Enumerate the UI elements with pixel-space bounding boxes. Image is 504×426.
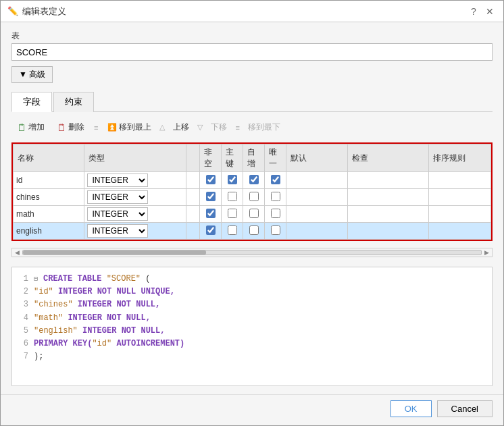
collation-cell[interactable] — [429, 189, 491, 206]
edit-table-dialog: ✏️ 编辑表定义 ? ✕ 表 ▼ 高级 字段 约束 🗒 增加 — [0, 0, 504, 426]
move-up-button[interactable]: 上移 — [168, 120, 195, 134]
scroll-right-arrow[interactable]: ▶ — [484, 249, 489, 256]
check-cell[interactable] — [347, 172, 429, 189]
check-cell[interactable] — [347, 223, 429, 240]
sql-token — [73, 300, 78, 309]
unique-cell[interactable] — [265, 223, 286, 240]
sep1: ≡ — [91, 124, 101, 132]
default-cell[interactable] — [286, 223, 347, 240]
sql-line: 1⊟CREATE TABLE "SCORE" ( — [18, 273, 486, 286]
pk-cell[interactable] — [222, 206, 243, 223]
sql-token: "chines" — [34, 300, 73, 309]
delete-field-button[interactable]: 🗒 删除 — [51, 120, 90, 134]
table-row[interactable]: math INTEGER TEXT REAL BLOB NUMERIC — [14, 206, 491, 223]
move-top-label: 移到最上 — [119, 122, 151, 133]
cancel-button[interactable]: Cancel — [437, 400, 493, 417]
unique-cell[interactable] — [265, 189, 286, 206]
pk-checkbox[interactable] — [228, 192, 237, 201]
check-cell[interactable] — [347, 206, 429, 223]
tab-constraints[interactable]: 约束 — [53, 92, 94, 112]
line-number: 4 — [18, 312, 28, 325]
ai-checkbox[interactable] — [249, 175, 259, 184]
pk-checkbox[interactable] — [228, 225, 237, 235]
notnull-cell[interactable] — [200, 206, 222, 223]
sep2: △ — [158, 123, 166, 132]
move-down-button[interactable]: 下移 — [205, 120, 232, 134]
field-type-cell[interactable]: INTEGER TEXT REAL BLOB NUMERIC — [84, 172, 186, 189]
collation-cell[interactable] — [429, 206, 491, 223]
field-type-cell[interactable]: INTEGER TEXT REAL BLOB NUMERIC — [84, 223, 186, 240]
type-arrow-cell — [186, 172, 200, 189]
notnull-checkbox[interactable] — [206, 209, 216, 218]
sql-line: 3 "chines" INTEGER NOT NULL, — [18, 298, 486, 311]
move-bottom-button[interactable]: 移到最下 — [243, 120, 286, 134]
sql-code: "id" INTEGER NOT NULL UNIQUE, — [34, 286, 175, 298]
advanced-button[interactable]: ▼ 高级 — [11, 66, 53, 83]
check-cell[interactable] — [347, 189, 429, 206]
ai-cell[interactable] — [243, 189, 265, 206]
line-number: 2 — [18, 286, 28, 298]
col-ai: 自增 — [243, 144, 265, 172]
move-top-button[interactable]: ⏫ 移到最上 — [102, 120, 157, 134]
tab-fields[interactable]: 字段 — [11, 92, 52, 112]
unique-checkbox[interactable] — [271, 225, 280, 235]
table-name-input[interactable] — [11, 43, 493, 61]
close-button[interactable]: ✕ — [483, 5, 497, 18]
default-cell[interactable] — [286, 172, 347, 189]
unique-cell[interactable] — [265, 172, 286, 189]
ai-checkbox[interactable] — [249, 225, 259, 235]
ai-checkbox[interactable] — [249, 209, 259, 218]
table-row[interactable]: english INTEGER TEXT REAL BLOB NUMERIC — [14, 223, 491, 240]
field-type-cell[interactable]: INTEGER TEXT REAL BLOB NUMERIC — [84, 206, 186, 223]
dialog-body: 表 ▼ 高级 字段 约束 🗒 增加 🗒 删除 ≡ ⏫ 移到最上 — [1, 22, 503, 394]
notnull-checkbox[interactable] — [206, 225, 216, 235]
unique-cell[interactable] — [265, 206, 286, 223]
add-field-button[interactable]: 🗒 增加 — [11, 120, 50, 134]
type-select[interactable]: INTEGER TEXT REAL BLOB NUMERIC — [87, 207, 148, 221]
sql-code: "math" INTEGER NOT NULL, — [34, 312, 151, 325]
type-select[interactable]: INTEGER TEXT REAL BLOB NUMERIC — [87, 190, 148, 204]
unique-checkbox[interactable] — [271, 175, 280, 184]
pk-cell[interactable] — [222, 223, 243, 240]
table-row[interactable]: chines INTEGER TEXT REAL BLOB NUMERIC — [14, 189, 491, 206]
table-row[interactable]: id INTEGER TEXT REAL BLOB NUMERIC — [14, 172, 491, 189]
type-select[interactable]: INTEGER TEXT REAL BLOB NUMERIC — [87, 174, 148, 187]
sql-token: INTEGER NOT NULL, — [82, 326, 165, 336]
collation-cell[interactable] — [429, 223, 491, 240]
pk-cell[interactable] — [222, 189, 243, 206]
pk-checkbox[interactable] — [228, 175, 237, 184]
field-name-cell: id — [14, 172, 84, 189]
ai-cell[interactable] — [243, 223, 265, 240]
scroll-left-arrow[interactable]: ◀ — [15, 249, 20, 256]
sql-token: "SCORE" — [107, 274, 141, 284]
edit-icon: ✏️ — [7, 6, 18, 17]
ai-checkbox[interactable] — [249, 192, 259, 201]
ai-cell[interactable] — [243, 206, 265, 223]
notnull-checkbox[interactable] — [206, 175, 216, 184]
sql-code: "chines" INTEGER NOT NULL, — [34, 298, 160, 311]
ai-cell[interactable] — [243, 172, 265, 189]
unique-checkbox[interactable] — [271, 192, 280, 201]
collation-cell[interactable] — [429, 172, 491, 189]
help-button[interactable]: ? — [467, 5, 480, 18]
horizontal-scrollbar[interactable]: ◀ ▶ — [11, 248, 493, 257]
sql-token: CREATE TABLE — [43, 274, 107, 284]
unique-checkbox[interactable] — [271, 209, 280, 218]
type-select[interactable]: INTEGER TEXT REAL BLOB NUMERIC — [87, 224, 148, 238]
fold-icon[interactable]: ⊟ — [34, 274, 38, 285]
line-number: 3 — [18, 298, 28, 311]
notnull-cell[interactable] — [200, 189, 222, 206]
pk-checkbox[interactable] — [228, 209, 237, 218]
notnull-cell[interactable] — [200, 223, 222, 240]
scrollbar-track — [22, 250, 482, 255]
field-type-cell[interactable]: INTEGER TEXT REAL BLOB NUMERIC — [84, 189, 186, 206]
notnull-cell[interactable] — [200, 172, 222, 189]
move-bottom-label: 移到最下 — [248, 122, 280, 133]
notnull-checkbox[interactable] — [206, 192, 216, 201]
ok-button[interactable]: OK — [390, 400, 432, 417]
fields-toolbar: 🗒 增加 🗒 删除 ≡ ⏫ 移到最上 △ 上移 ▽ 下移 ≡ 移到最下 — [11, 117, 493, 137]
title-bar-right: ? ✕ — [467, 5, 497, 18]
default-cell[interactable] — [286, 206, 347, 223]
default-cell[interactable] — [286, 189, 347, 206]
pk-cell[interactable] — [222, 172, 243, 189]
